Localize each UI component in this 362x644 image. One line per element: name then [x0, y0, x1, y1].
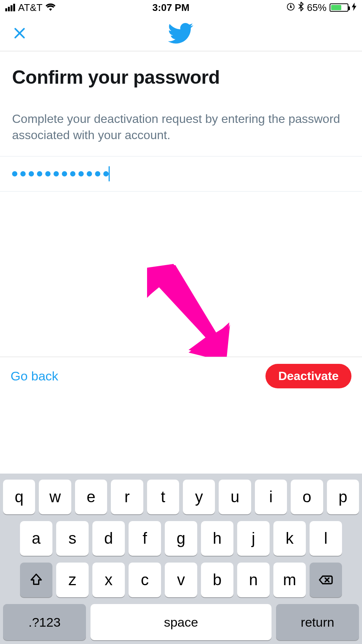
wifi-icon: [46, 2, 55, 14]
svg-rect-1: [290, 6, 291, 8]
password-dot: [103, 171, 109, 176]
annotation-arrow-icon: [132, 264, 230, 362]
key-h[interactable]: h: [201, 521, 233, 556]
main-content: Confirm your password Complete your deac…: [0, 51, 362, 192]
password-dot: [37, 171, 42, 176]
password-mask: [12, 171, 109, 176]
key-w[interactable]: w: [39, 480, 71, 514]
keyboard-row-3: zxcvbnm: [3, 563, 359, 597]
close-icon: [12, 26, 27, 41]
password-dot: [70, 171, 75, 176]
key-b[interactable]: b: [201, 563, 233, 597]
status-bar: AT&T 3:07 PM 65%: [0, 0, 362, 15]
key-a[interactable]: a: [20, 521, 52, 556]
backspace-icon: [318, 572, 333, 587]
key-u[interactable]: u: [219, 480, 251, 514]
key-c[interactable]: c: [129, 563, 161, 597]
battery-icon: [330, 3, 348, 12]
key-e[interactable]: e: [75, 480, 107, 514]
key-q[interactable]: q: [3, 480, 35, 514]
key-n[interactable]: n: [237, 563, 270, 597]
key-t[interactable]: t: [147, 480, 179, 514]
password-dot: [62, 171, 67, 176]
space-key[interactable]: space: [90, 604, 272, 640]
password-dot: [20, 171, 26, 176]
status-right: 65%: [287, 2, 357, 14]
key-m[interactable]: m: [273, 563, 306, 597]
deactivate-button[interactable]: Deactivate: [265, 364, 351, 388]
key-o[interactable]: o: [291, 480, 323, 514]
password-dot: [78, 171, 84, 176]
key-i[interactable]: i: [255, 480, 287, 514]
key-x[interactable]: x: [92, 563, 125, 597]
key-g[interactable]: g: [165, 521, 197, 556]
password-dot: [29, 171, 34, 176]
key-f[interactable]: f: [129, 521, 161, 556]
rotation-lock-icon: [287, 2, 295, 14]
password-dot: [87, 171, 92, 176]
go-back-link[interactable]: Go back: [11, 369, 58, 383]
key-s[interactable]: s: [56, 521, 89, 556]
shift-key[interactable]: [20, 563, 52, 597]
key-l[interactable]: l: [310, 521, 342, 556]
password-dot: [95, 171, 100, 176]
return-key[interactable]: return: [276, 604, 359, 640]
status-left: AT&T: [5, 2, 55, 14]
key-d[interactable]: d: [92, 521, 125, 556]
text-caret: [109, 166, 110, 181]
mode-switch-key[interactable]: .?123: [3, 604, 86, 640]
password-dot: [12, 171, 17, 176]
password-dot: [45, 171, 51, 176]
action-bar: Go back Deactivate: [0, 357, 362, 395]
close-button[interactable]: [11, 25, 28, 41]
password-dot: [54, 171, 59, 176]
key-p[interactable]: p: [327, 480, 359, 514]
bluetooth-icon: [298, 2, 304, 14]
on-screen-keyboard: qwertyuiop asdfghjkl zxcvbnm .?123 space…: [0, 474, 362, 644]
twitter-logo-icon: [168, 20, 194, 46]
key-j[interactable]: j: [237, 521, 270, 556]
key-v[interactable]: v: [165, 563, 197, 597]
key-y[interactable]: y: [183, 480, 215, 514]
page-title: Confirm your password: [12, 66, 350, 88]
status-time: 3:07 PM: [152, 2, 189, 14]
nav-bar: [0, 15, 362, 51]
cellular-signal-icon: [5, 4, 15, 11]
page-description: Complete your deactivation request by en…: [12, 111, 350, 143]
svg-marker-3: [151, 267, 226, 358]
key-k[interactable]: k: [273, 521, 306, 556]
keyboard-row-4: .?123 space return: [3, 604, 359, 640]
key-z[interactable]: z: [56, 563, 89, 597]
password-input[interactable]: [0, 156, 362, 192]
charging-icon: [351, 2, 357, 14]
battery-percent: 65%: [307, 2, 327, 14]
key-r[interactable]: r: [111, 480, 143, 514]
carrier-label: AT&T: [18, 2, 43, 14]
svg-marker-2: [147, 264, 230, 362]
backspace-key[interactable]: [310, 563, 342, 597]
shift-icon: [29, 572, 44, 587]
